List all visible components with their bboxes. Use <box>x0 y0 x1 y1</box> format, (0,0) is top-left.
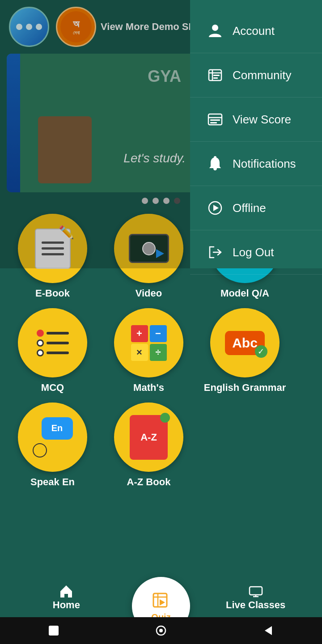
sys-back[interactable] <box>259 622 277 640</box>
svg-point-0 <box>212 25 218 31</box>
svg-point-23 <box>159 629 163 632</box>
live-classes-label: Live Classes <box>226 599 285 611</box>
svg-marker-12 <box>213 205 219 211</box>
score-icon <box>206 110 225 129</box>
abc-text: Abc <box>232 335 258 350</box>
svg-rect-9 <box>210 122 217 123</box>
dropdown-menu: Account Community View Score <box>190 0 322 268</box>
menu-item-community[interactable]: Community <box>190 53 322 97</box>
grammar-label: English Grammar <box>204 382 286 394</box>
svg-rect-14 <box>250 587 262 595</box>
menu-item-notifications[interactable]: Notifications <box>190 142 322 186</box>
menu-item-logout[interactable]: Log Out <box>190 230 322 275</box>
mcq-radio-1 <box>37 330 44 337</box>
community-label: Community <box>233 68 291 82</box>
grid-item-english-grammar[interactable]: Abc ✓ English Grammar <box>201 308 288 394</box>
svg-marker-20 <box>160 599 165 606</box>
grammar-circle: Abc ✓ <box>210 308 280 377</box>
speak-icon: En <box>33 417 73 458</box>
nav-home[interactable]: Home <box>26 583 106 611</box>
bell-icon <box>206 154 225 173</box>
view-score-label: View Score <box>233 113 291 127</box>
az-book-label: A-Z Book <box>127 476 171 488</box>
grid-item-az-book[interactable]: A-Z A-Z Book <box>105 402 192 488</box>
grid-item-maths[interactable]: + − × ÷ Math's <box>105 308 192 394</box>
mcq-line-2 <box>47 342 69 344</box>
maths-circle: + − × ÷ <box>114 308 183 377</box>
svg-rect-21 <box>49 626 59 636</box>
svg-point-10 <box>214 156 216 159</box>
abc-icon: Abc ✓ <box>225 331 265 355</box>
math-times: × <box>131 344 148 361</box>
menu-item-view-score[interactable]: View Score <box>190 97 322 142</box>
sys-home[interactable] <box>152 622 170 640</box>
az-badge <box>160 413 170 423</box>
mcq-radio-3 <box>37 349 44 356</box>
menu-item-offline[interactable]: Offline <box>190 186 322 230</box>
mcq-radio-2 <box>37 339 44 347</box>
menu-item-account[interactable]: Account <box>190 9 322 53</box>
speak-circle: En <box>18 402 87 472</box>
account-label: Account <box>233 24 275 38</box>
ebook-label: E-Book <box>35 288 70 299</box>
nav-live-classes[interactable]: Live Classes <box>216 583 296 611</box>
mcq-line-3 <box>47 352 69 354</box>
mcq-row-2 <box>37 339 69 347</box>
svg-rect-8 <box>210 119 220 121</box>
az-circle: A-Z <box>114 402 183 472</box>
person-icon <box>33 443 47 458</box>
logout-icon <box>206 243 225 262</box>
mcq-row-3 <box>37 349 69 356</box>
video-label: Video <box>136 288 162 299</box>
mcq-circle <box>18 308 87 377</box>
mcq-line-1 <box>47 332 69 335</box>
live-classes-icon <box>248 583 264 599</box>
az-text: A-Z <box>140 432 157 443</box>
svg-marker-24 <box>265 626 272 635</box>
speak-en-label: Speak En <box>30 476 75 488</box>
check-icon: ✓ <box>255 345 267 358</box>
logout-label: Log Out <box>233 246 274 259</box>
math-icon: + − × ÷ <box>131 325 167 361</box>
home-icon <box>58 583 74 599</box>
az-icon: A-Z <box>130 415 168 460</box>
grid-item-speak-en[interactable]: En Speak En <box>9 402 96 488</box>
person-icon <box>206 21 225 40</box>
grid-item-mcq[interactable]: MCQ <box>9 308 96 394</box>
mcq-icon <box>37 330 69 356</box>
offline-icon <box>206 199 225 217</box>
math-divide: ÷ <box>150 344 167 361</box>
quiz-icon <box>151 590 171 610</box>
model-qa-label: Model Q/A <box>220 288 269 299</box>
en-label: En <box>51 423 63 433</box>
mcq-label: MCQ <box>41 382 64 394</box>
math-plus: + <box>131 325 148 342</box>
grid-row-3: En Speak En A-Z A-Z Book <box>9 402 313 488</box>
svg-rect-4 <box>213 75 220 76</box>
svg-rect-5 <box>213 77 218 79</box>
speak-bubble: En <box>42 417 73 440</box>
offline-label: Offline <box>233 201 266 215</box>
grid-row-2: MCQ + − × ÷ Math's Abc ✓ English G <box>9 308 313 394</box>
home-label: Home <box>53 599 80 611</box>
menu-overlay[interactable] <box>0 0 190 268</box>
system-nav-bar <box>0 617 322 644</box>
math-minus: − <box>150 325 167 342</box>
notifications-label: Notifications <box>233 157 296 171</box>
community-icon <box>206 66 225 85</box>
mcq-row-1 <box>37 330 69 337</box>
maths-label: Math's <box>133 382 164 394</box>
sys-recent-apps[interactable] <box>45 622 63 640</box>
